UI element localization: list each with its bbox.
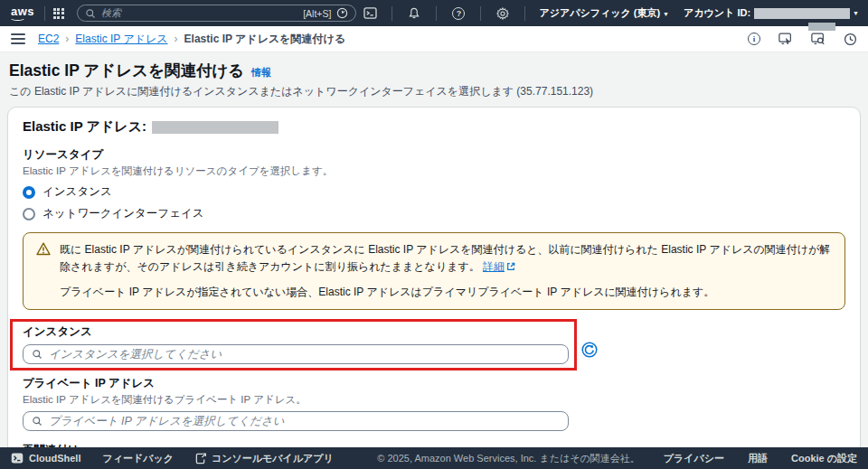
aws-smile-arc bbox=[10, 15, 25, 21]
refresh-icon[interactable] bbox=[581, 342, 598, 361]
inspector-panel-icon[interactable] bbox=[811, 33, 826, 45]
warning-triangle-icon bbox=[36, 241, 51, 301]
redacted-box bbox=[808, 23, 835, 31]
help-icon[interactable]: ? bbox=[445, 7, 472, 20]
instance-label: インスタンス bbox=[23, 324, 569, 340]
divider bbox=[436, 6, 437, 21]
account-id-redacted bbox=[754, 8, 850, 19]
search-icon bbox=[32, 416, 42, 427]
history-clock-icon[interactable] bbox=[844, 33, 857, 46]
footer-feedback[interactable]: フィードバック bbox=[102, 452, 174, 465]
radio-instance[interactable]: インスタンス bbox=[23, 184, 845, 200]
footer-privacy-link[interactable]: プライバシー bbox=[664, 452, 724, 465]
external-link-icon bbox=[506, 259, 515, 277]
associate-panel: Elastic IP アドレス: リソースタイプ Elastic IP アドレス… bbox=[7, 107, 861, 469]
instance-select-input[interactable] bbox=[49, 348, 560, 361]
services-grid-icon[interactable] bbox=[53, 8, 64, 19]
radio-network-interface[interactable]: ネットワークインターフェイス bbox=[23, 206, 845, 221]
footer-feedback-label: フィードバック bbox=[102, 452, 174, 465]
breadcrumb-separator: › bbox=[175, 33, 178, 45]
warning-text-2: プライベート IP アドレスが指定されていない場合、Elastic IP アドレ… bbox=[60, 284, 832, 301]
private-ip-section: プライベート IP アドレス Elastic IP アドレスを関連付けるプライベ… bbox=[23, 376, 845, 431]
chevron-down-icon: ▼ bbox=[663, 11, 669, 17]
radio-unselected-icon[interactable] bbox=[23, 208, 35, 220]
footer-cookie-link[interactable]: Cookie の設定 bbox=[791, 452, 857, 465]
menu-hamburger-icon[interactable] bbox=[11, 31, 25, 47]
search-shortcut-label: [Alt+S] bbox=[303, 8, 331, 19]
private-ip-select[interactable] bbox=[23, 411, 569, 431]
private-ip-label: プライベート IP アドレス bbox=[23, 376, 845, 391]
region-label: アジアパシフィック (東京) bbox=[539, 7, 660, 18]
private-ip-description: Elastic IP アドレスを関連付けるプライベート IP アドレス。 bbox=[23, 393, 845, 407]
elastic-ip-redacted bbox=[152, 121, 278, 134]
info-link[interactable]: 情報 bbox=[251, 66, 271, 80]
panel-title: Elastic IP アドレス: bbox=[23, 118, 146, 136]
divider bbox=[524, 6, 525, 21]
top-navigation-bar: aws 検索 [Alt+S] ? アジアパシフィック (東京)▼ アカウント I… bbox=[0, 0, 868, 26]
main-content: Elastic IP アドレスを関連付ける 情報 この Elastic IP ア… bbox=[0, 52, 868, 447]
instance-select[interactable] bbox=[23, 344, 569, 364]
cloudshell-icon bbox=[11, 453, 24, 464]
resource-type-label: リソースタイプ bbox=[23, 147, 845, 163]
feedback-panel-icon[interactable] bbox=[778, 33, 793, 45]
search-icon bbox=[32, 349, 42, 360]
region-selector[interactable]: アジアパシフィック (東京)▼ bbox=[539, 6, 669, 20]
warning-text-1: 既に Elastic IP アドレスが関連付けられているインスタンスに Elas… bbox=[60, 243, 830, 273]
private-ip-select-input[interactable] bbox=[49, 415, 560, 427]
cloudshell-icon[interactable] bbox=[356, 7, 383, 19]
mobile-app-icon bbox=[195, 453, 206, 464]
breadcrumb-bar: EC2 › Elastic IP アドレス › Elastic IP アドレスを… bbox=[0, 26, 868, 52]
global-search-input[interactable]: 検索 [Alt+S] bbox=[77, 5, 356, 22]
footer-mobile-app-label: コンソールモバイルアプリ bbox=[212, 452, 334, 465]
radio-selected-icon[interactable] bbox=[23, 186, 35, 199]
breadcrumb-current: Elastic IP アドレスを関連付ける bbox=[184, 32, 345, 47]
footer-cloudshell[interactable]: CloudShell bbox=[11, 453, 80, 464]
account-id-label: アカウント ID: bbox=[684, 6, 750, 20]
breadcrumb-ec2-link[interactable]: EC2 bbox=[38, 33, 59, 45]
instance-field-group: インスタンス bbox=[23, 324, 569, 364]
divider bbox=[392, 6, 392, 21]
notifications-bell-icon[interactable] bbox=[401, 7, 428, 20]
search-icon bbox=[85, 8, 96, 19]
warning-alert: 既に Elastic IP アドレスが関連付けられているインスタンスに Elas… bbox=[23, 232, 845, 310]
details-link[interactable]: 詳細 bbox=[483, 260, 505, 273]
divider bbox=[480, 6, 481, 21]
footer-copyright: © 2025, Amazon Web Services, Inc. またはその関… bbox=[377, 452, 639, 465]
page-subtitle: この Elastic IP アドレスに関連付けるインスタンスまたはネットワークイ… bbox=[7, 84, 861, 99]
radio-instance-label: インスタンス bbox=[42, 184, 112, 200]
chevron-down-icon: ▼ bbox=[853, 10, 859, 16]
breadcrumb-separator: › bbox=[65, 33, 69, 45]
page-title: Elastic IP アドレスを関連付ける bbox=[9, 60, 244, 81]
resource-type-description: Elastic IP アドレスを関連付けるリソースのタイプを選択します。 bbox=[23, 164, 845, 178]
settings-gear-icon[interactable] bbox=[489, 7, 516, 20]
resource-type-section: リソースタイプ Elastic IP アドレスを関連付けるリソースのタイプを選択… bbox=[23, 147, 845, 221]
divider bbox=[44, 6, 45, 21]
footer-terms-link[interactable]: 用語 bbox=[748, 452, 768, 465]
search-placeholder: 検索 bbox=[101, 6, 297, 20]
footer-cloudshell-label: CloudShell bbox=[29, 453, 80, 464]
account-menu[interactable]: アカウント ID: ▼ bbox=[684, 6, 859, 20]
radio-network-interface-label: ネットワークインターフェイス bbox=[42, 206, 204, 221]
info-icon[interactable]: i bbox=[748, 33, 760, 45]
footer-bar: CloudShell フィードバック コンソールモバイルアプリ © 2025, … bbox=[0, 447, 868, 469]
footer-mobile-app[interactable]: コンソールモバイルアプリ bbox=[195, 452, 334, 465]
aws-logo[interactable]: aws bbox=[9, 5, 36, 22]
breadcrumb-elastic-ip-link[interactable]: Elastic IP アドレス bbox=[75, 32, 167, 47]
search-option-icon bbox=[336, 7, 348, 19]
